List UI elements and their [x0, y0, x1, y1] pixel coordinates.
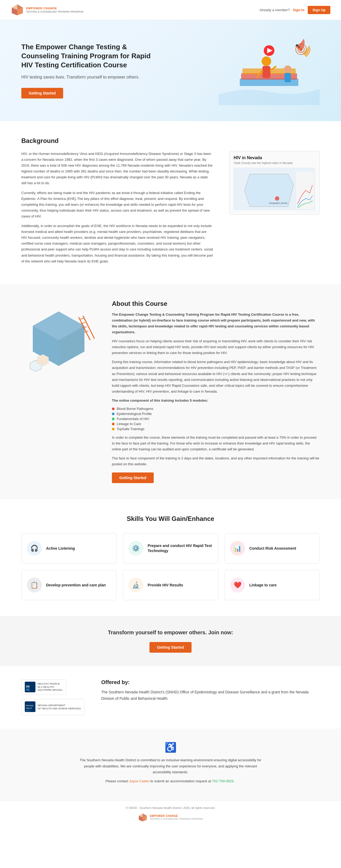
- contact-link[interactable]: Joyce Castro: [129, 779, 149, 783]
- skill-icon-1: 🎧: [27, 541, 42, 556]
- skill-title-2: Prepare and conduct HIV Rapid Test Techn…: [148, 543, 212, 554]
- offered-title: Offered by:: [101, 679, 320, 685]
- svg-point-15: [300, 48, 302, 51]
- about-p1: HIV counselors focus on helping clients …: [112, 338, 320, 356]
- skill-title-6: Linkage to care: [249, 583, 277, 588]
- module-dot-2: [112, 412, 115, 415]
- background-p2: Currently, efforts are being made to end…: [21, 190, 213, 219]
- svg-line-29: [80, 318, 84, 319]
- footer-logo-icon: [138, 813, 148, 822]
- background-p3: Additionally, in order to accomplish the…: [21, 223, 213, 264]
- accessibility-p1: The Southern Nevada Health District is c…: [77, 757, 264, 775]
- offered-section: SN HD Healthy Peoplein a HealthySouthern…: [0, 666, 341, 728]
- logo-icon: [11, 3, 24, 17]
- module-label-5: TopSafe Trainings: [117, 427, 144, 431]
- module-dot-5: [112, 428, 115, 430]
- skills-title: Skills You Will Gain/Enhance: [21, 515, 320, 523]
- svg-text:Nevada: Nevada: [26, 704, 33, 707]
- modules-list: Blood Borne Pathogens Epidemiological Pr…: [112, 407, 320, 431]
- about-p2: During this training course, information…: [112, 359, 320, 395]
- phone-link[interactable]: 702-759-0829: [212, 779, 234, 783]
- module-label-2: Epidemiological Profile: [117, 412, 152, 416]
- skill-card-2: ⚙️ Prepare and conduct HIV Rapid Test Te…: [123, 533, 218, 563]
- module-item-2: Epidemiological Profile: [112, 412, 320, 416]
- skill-title-5: Provide HIV Results: [148, 583, 183, 588]
- footer-logo: Empower Change Testing & Counseling Trai…: [138, 813, 203, 822]
- module-dot-1: [112, 407, 115, 410]
- modules-title: The online component of this training in…: [112, 398, 320, 404]
- hiv-nevada-map: Geographic priority: [234, 168, 315, 210]
- hero-section: The Empower Change Testing & Counseling …: [0, 20, 341, 121]
- hiv-nevada-title: HIV in Nevada: [234, 155, 315, 160]
- header: Empower Change Testing & Counseling Trai…: [0, 0, 341, 20]
- about-illustration: [21, 300, 96, 387]
- module-label-4: Linkage to Care: [117, 422, 141, 426]
- logo-title: Empower Change: [26, 7, 83, 10]
- skill-card-1: 🎧 Active Listening: [21, 533, 116, 563]
- background-section: Background HIV, or the Human Immunodefic…: [0, 121, 341, 284]
- skill-icon-6: ❤️: [230, 578, 245, 592]
- logo: Empower Change Testing & Counseling Trai…: [11, 3, 83, 17]
- module-dot-4: [112, 423, 115, 425]
- hero-illustration: [219, 36, 320, 105]
- skill-title-4: Develop prevention and care plan: [46, 583, 106, 588]
- svg-point-11: [284, 65, 291, 73]
- svg-rect-12: [285, 73, 291, 82]
- skill-card-6: ❤️ Linkage to care: [225, 570, 320, 600]
- offered-logos: SN HD Healthy Peoplein a HealthySouthern…: [21, 679, 85, 715]
- member-text: Already a member?: [259, 8, 290, 12]
- hero-content: The Empower Change Testing & Counseling …: [21, 42, 160, 98]
- svg-text:Geographic priority: Geographic priority: [269, 202, 288, 205]
- hiv-nevada-subtitle: Clark County has the highest rates in Ne…: [234, 161, 315, 164]
- module-dot-3: [112, 417, 115, 420]
- about-title: About this Course: [112, 300, 320, 307]
- about-section: About this Course The Empower Change Tes…: [0, 284, 341, 499]
- accessibility-suffix: .: [234, 779, 235, 783]
- signup-button[interactable]: Sign Up: [308, 6, 330, 14]
- skill-title-3: Conduct Risk Assessment: [249, 546, 296, 551]
- hero-subtitle: HIV testing saves lives. Transform yours…: [21, 74, 160, 81]
- about-p3: In order to complete the course, these e…: [112, 435, 320, 452]
- svg-text:Dept of: Dept of: [26, 707, 32, 709]
- svg-rect-8: [262, 66, 271, 78]
- skill-icon-2: ⚙️: [129, 541, 143, 556]
- background-text: HIV, or the Human Immunodeficiency Virus…: [21, 151, 213, 268]
- cta-section: Transform yourself to empower others. Jo…: [0, 616, 341, 666]
- signin-link[interactable]: Sign In: [293, 8, 305, 12]
- skill-card-5: 🔬 Provide HIV Results: [123, 570, 218, 600]
- about-p4: The face to face component of the traini…: [112, 456, 320, 467]
- skills-section: Skills You Will Gain/Enhance 🎧 Active Li…: [0, 499, 341, 616]
- hero-cta-button[interactable]: Getting Started: [21, 88, 63, 98]
- accessibility-p2: Please contact Joyce Castro to submit an…: [77, 778, 264, 784]
- skill-card-3: 📊 Conduct Risk Assessment: [225, 533, 320, 563]
- logo-subtitle: Testing & Counseling Training Program: [26, 10, 83, 13]
- about-highlight: The Empower Change Testing & Counseling …: [112, 312, 320, 335]
- nevada-logo-badge: Nevada Dept of H&HS Nevada Departmentof …: [21, 699, 84, 715]
- skill-card-4: 📋 Develop prevention and care plan: [21, 570, 116, 600]
- svg-text:SN: SN: [26, 685, 30, 688]
- skills-grid: 🎧 Active Listening ⚙️ Prepare and conduc…: [21, 533, 320, 600]
- snhd-logo-badge: SN HD Healthy Peoplein a HealthySouthern…: [21, 679, 66, 695]
- footer: © SNHD - Southern Nevada Health District…: [0, 801, 341, 828]
- accessibility-middle: to submit an accommodation request at: [150, 779, 212, 783]
- footer-logo-text: Empower Change Testing & Counseling Trai…: [150, 814, 203, 820]
- header-nav: Already a member? Sign In Sign Up: [259, 6, 330, 14]
- offered-content: Offered by: The Southern Nevada Health D…: [101, 679, 320, 702]
- svg-point-7: [262, 56, 271, 66]
- svg-point-20: [275, 196, 279, 201]
- skill-icon-4: 📋: [27, 578, 42, 592]
- skill-icon-3: 📊: [230, 541, 245, 556]
- cta-text: Transform yourself to empower others. Jo…: [21, 629, 320, 636]
- footer-copyright: © SNHD - Southern Nevada Health District…: [126, 806, 215, 809]
- cta-button[interactable]: Getting Started: [149, 642, 191, 653]
- skill-title-1: Active Listening: [46, 546, 75, 551]
- about-cta-button[interactable]: Getting Started: [112, 472, 154, 483]
- nevada-logo-text: Nevada Departmentof Health and Human Ser…: [37, 704, 81, 710]
- module-item-4: Linkage to Care: [112, 422, 320, 426]
- background-p1: HIV, or the Human Immunodeficiency Virus…: [21, 151, 213, 186]
- module-label-1: Blood Borne Pathogens: [117, 407, 153, 411]
- module-item-1: Blood Borne Pathogens: [112, 407, 320, 411]
- snhd-logo-text: Healthy Peoplein a HealthySouthern Nevad…: [37, 682, 63, 692]
- accessibility-section: ♿ The Southern Nevada Health District is…: [0, 728, 341, 800]
- about-content: About this Course The Empower Change Tes…: [112, 300, 320, 484]
